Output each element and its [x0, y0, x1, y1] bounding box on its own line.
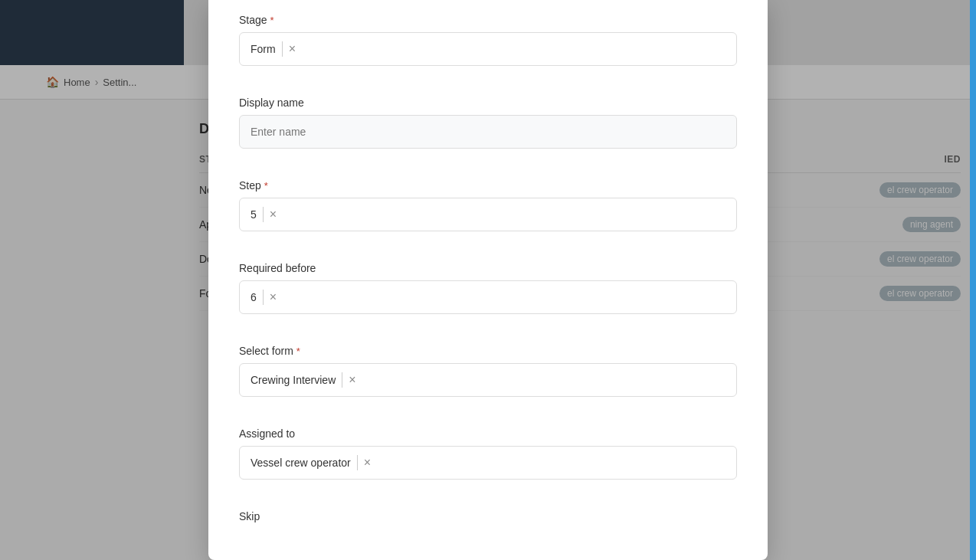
required-before-divider: [263, 290, 264, 305]
assigned-to-label: Assigned to: [239, 414, 737, 440]
assigned-to-tag: Vessel crew operator: [251, 457, 351, 469]
required-before-tag: 6: [251, 291, 257, 303]
stage-required: *: [270, 15, 274, 26]
assigned-to-section: Assigned to Vessel crew operator ×: [239, 414, 737, 480]
assigned-to-divider: [357, 455, 358, 470]
skip-section: Skip: [239, 496, 737, 522]
step-tag-value: 5: [251, 208, 257, 221]
required-before-label: Required before: [239, 248, 737, 274]
skip-label: Skip: [239, 496, 737, 522]
select-form-required: *: [296, 345, 300, 357]
stage-input[interactable]: Form ×: [239, 32, 737, 66]
required-before-tag-close[interactable]: ×: [270, 291, 277, 303]
display-name-input[interactable]: [251, 126, 725, 138]
step-tag: 5: [251, 208, 257, 221]
stage-tag-value: Form: [251, 43, 276, 55]
required-before-tag-value: 6: [251, 291, 257, 303]
required-before-section: Required before 6 ×: [239, 248, 737, 314]
required-before-input[interactable]: 6 ×: [239, 280, 737, 314]
stage-tag-close[interactable]: ×: [289, 43, 296, 55]
stage-label: Stage *: [239, 0, 737, 26]
step-required: *: [264, 180, 268, 192]
display-name-label: Display name: [239, 83, 737, 109]
assigned-to-tag-value: Vessel crew operator: [251, 457, 351, 469]
step-section: Step * 5 ×: [239, 165, 737, 231]
select-form-tag-value: Crewing Interview: [251, 374, 336, 386]
step-label: Step *: [239, 165, 737, 192]
select-form-divider: [342, 372, 342, 388]
select-form-tag: Crewing Interview: [251, 374, 336, 386]
right-panel-indicator: [970, 0, 976, 560]
select-form-input[interactable]: Crewing Interview ×: [239, 363, 737, 397]
display-name-section: Display name: [239, 83, 737, 149]
step-tag-close[interactable]: ×: [270, 208, 277, 221]
stage-tag-divider: [282, 41, 283, 57]
assigned-to-tag-close[interactable]: ×: [364, 457, 371, 469]
select-form-tag-close[interactable]: ×: [349, 374, 355, 386]
assigned-to-input[interactable]: Vessel crew operator ×: [239, 446, 737, 480]
edit-step-modal: Stage * Form × Display name Step * 5: [208, 0, 768, 560]
display-name-input-wrapper[interactable]: [239, 115, 737, 149]
select-form-label: Select form *: [239, 331, 737, 357]
step-tag-divider: [263, 207, 264, 222]
stage-tag: Form: [251, 43, 276, 55]
step-input[interactable]: 5 ×: [239, 198, 737, 231]
select-form-section: Select form * Crewing Interview ×: [239, 331, 737, 397]
stage-section: Stage * Form ×: [239, 0, 737, 66]
